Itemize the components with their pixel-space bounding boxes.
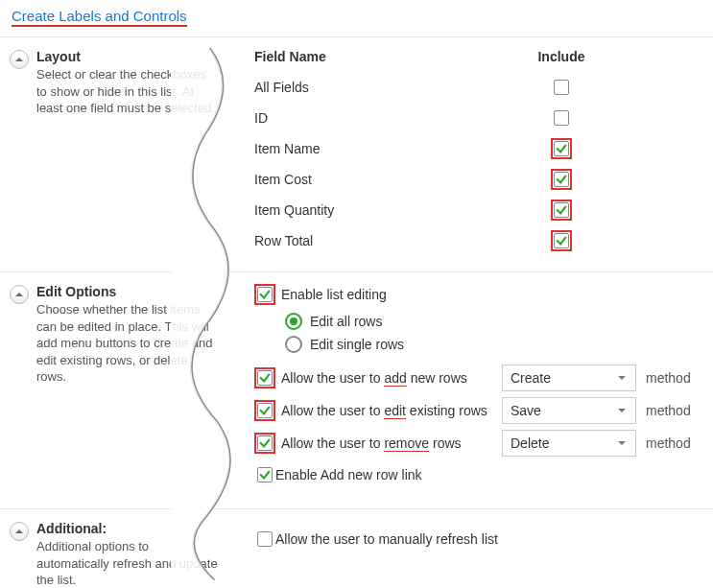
chevron-up-icon: [14, 55, 24, 64]
section-layout: Layout Select or clear the checkboxes to…: [0, 37, 713, 272]
section-heading: Layout: [36, 49, 218, 64]
permission-label: Allow the user to edit existing rows: [281, 403, 502, 418]
collapse-toggle-additional[interactable]: [10, 522, 29, 541]
permission-checkbox[interactable]: [257, 435, 273, 451]
fields-table: Field Name Include All FieldsIDItem Name…: [254, 49, 703, 256]
check-icon: [556, 204, 567, 216]
permission-checkbox[interactable]: [257, 403, 273, 418]
allow-manual-refresh-label: Allow the user to manually refresh list: [275, 531, 498, 547]
table-row: Row Total: [254, 225, 703, 256]
check-icon: [259, 289, 271, 300]
check-icon: [259, 372, 271, 384]
include-field-checkbox[interactable]: [554, 80, 569, 95]
table-row: ID: [254, 103, 703, 133]
include-field-checkbox[interactable]: [554, 110, 569, 126]
select-value: Save: [511, 403, 541, 418]
select-value: Create: [511, 370, 551, 386]
method-select[interactable]: Save: [502, 397, 636, 424]
enable-list-editing-checkbox[interactable]: [257, 287, 273, 302]
enable-list-editing-label: Enable list editing: [281, 287, 387, 302]
method-label: method: [646, 403, 691, 418]
check-icon: [556, 143, 567, 154]
field-name-cell: Item Quantity: [254, 202, 523, 218]
radio-icon: [285, 336, 302, 353]
collapse-toggle-layout[interactable]: [10, 50, 29, 69]
column-header-field-name: Field Name: [254, 49, 523, 64]
method-select[interactable]: Delete: [502, 430, 636, 457]
method-label: method: [646, 435, 691, 451]
column-header-include: Include: [523, 49, 600, 64]
section-edit-options: Edit Options Choose whether the list ite…: [0, 272, 713, 509]
collapse-toggle-edit[interactable]: [10, 285, 29, 304]
permission-row: Allow the user to remove rowsDeletemetho…: [254, 430, 703, 457]
enable-add-row-link-checkbox[interactable]: [257, 467, 273, 482]
check-icon: [556, 174, 567, 185]
section-heading: Additional:: [36, 521, 218, 536]
field-name-cell: Item Cost: [254, 172, 523, 187]
method-label: method: [646, 370, 691, 386]
check-icon: [259, 437, 271, 449]
section-heading: Edit Options: [36, 284, 218, 299]
field-name-cell: ID: [254, 110, 523, 126]
radio-edit-all-rows[interactable]: Edit all rows: [285, 313, 703, 330]
field-name-cell: Row Total: [254, 233, 523, 248]
radio-label: Edit all rows: [310, 314, 382, 329]
table-row: Item Cost: [254, 164, 703, 195]
chevron-down-icon: [616, 437, 628, 449]
check-icon: [556, 235, 567, 247]
chevron-up-icon: [14, 527, 24, 536]
field-name-cell: All Fields: [254, 80, 523, 95]
page-title: Create Labels and Controls: [12, 8, 187, 27]
check-icon: [259, 405, 271, 416]
section-description: Additional options to automatically refr…: [36, 538, 218, 588]
check-icon: [259, 469, 271, 481]
chevron-up-icon: [14, 290, 24, 299]
allow-manual-refresh-checkbox[interactable]: [257, 531, 273, 547]
permission-row: Allow the user to add new rowsCreatemeth…: [254, 365, 703, 391]
section-description: Choose whether the list items can be edi…: [36, 301, 218, 386]
include-field-checkbox[interactable]: [554, 233, 569, 248]
table-row: All Fields: [254, 72, 703, 103]
table-row: Item Quantity: [254, 195, 703, 225]
permission-checkbox[interactable]: [257, 370, 273, 386]
chevron-down-icon: [616, 372, 628, 384]
include-field-checkbox[interactable]: [554, 172, 569, 187]
section-additional: Additional: Additional options to automa…: [0, 509, 713, 588]
method-select[interactable]: Create: [502, 365, 636, 391]
enable-add-row-link-label: Enable Add new row link: [275, 467, 422, 482]
chevron-down-icon: [616, 405, 628, 416]
section-description: Select or clear the checkboxes to show o…: [36, 66, 218, 117]
table-row: Item Name: [254, 133, 703, 164]
include-field-checkbox[interactable]: [554, 202, 569, 218]
radio-icon: [285, 313, 302, 330]
select-value: Delete: [511, 435, 549, 451]
radio-edit-single-rows[interactable]: Edit single rows: [285, 336, 703, 353]
radio-label: Edit single rows: [310, 337, 404, 352]
permission-label: Allow the user to remove rows: [281, 435, 502, 451]
field-name-cell: Item Name: [254, 141, 523, 156]
permission-label: Allow the user to add new rows: [281, 370, 502, 386]
include-field-checkbox[interactable]: [554, 141, 569, 156]
permission-row: Allow the user to edit existing rowsSave…: [254, 397, 703, 424]
